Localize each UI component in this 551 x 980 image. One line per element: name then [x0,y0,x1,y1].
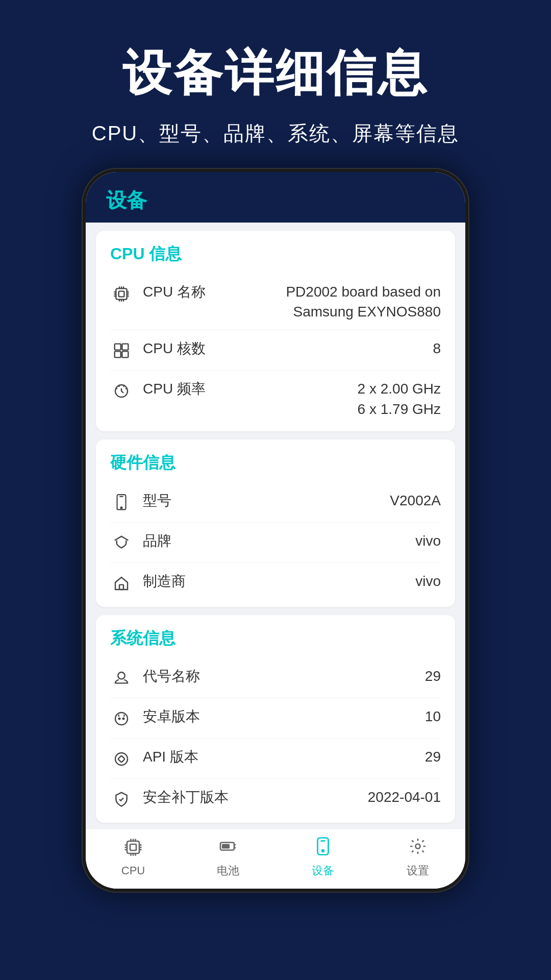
svg-rect-17 [122,352,128,358]
cpu-nav-icon [124,838,142,861]
svg-point-53 [416,844,420,849]
svg-rect-16 [115,352,121,358]
security-icon [110,788,133,811]
page-title: 设备详细信息 [31,41,520,107]
header: 设备详细信息 CPU、型号、品牌、系统、屏幕等信息 [0,0,551,168]
svg-point-20 [121,507,122,508]
model-value: V2002A [390,491,441,510]
svg-point-23 [118,672,124,679]
codename-value: 29 [425,666,441,686]
svg-line-30 [118,759,121,763]
manufacturer-value: vivo [415,571,441,591]
brand-label: 品牌 [143,531,415,551]
manufacturer-row: 制造商 vivo [110,563,441,595]
svg-rect-22 [119,584,123,589]
api-value: 29 [425,747,441,767]
phone-frame: 设备 CPU 信息 [82,168,469,893]
cpu-freq-label: CPU 频率 [143,379,358,399]
svg-rect-1 [119,291,124,297]
android-label: 安卓版本 [143,706,425,726]
brand-row: 品牌 vivo [110,523,441,563]
model-icon [110,492,133,514]
cpu-name-icon [110,283,133,305]
system-info-card: 系统信息 代号名称 29 [96,615,455,823]
device-nav-label: 设备 [312,863,334,878]
brand-icon [110,532,133,554]
svg-point-24 [115,713,128,725]
security-label: 安全补丁版本 [143,787,368,807]
cpu-nav-label: CPU [121,864,145,877]
cpu-name-row: CPU 名称 PD2002 board based on Samsung EXY… [110,274,441,330]
settings-nav-label: 设置 [407,863,429,878]
nav-item-device[interactable]: 设备 [276,837,370,878]
cpu-cores-row: CPU 核数 8 [110,330,441,371]
svg-point-26 [123,718,124,719]
model-label: 型号 [143,491,390,510]
brand-value: vivo [415,531,441,551]
phone-content[interactable]: CPU 信息 CPU 名称 [86,223,465,828]
cpu-name-value: PD2002 board based on Samsung EXYNOS880 [227,282,441,322]
codename-icon [110,667,133,690]
bottom-nav: CPU 电池 [86,828,465,889]
cpu-freq-row: CPU 频率 2 x 2.00 GHz6 x 1.79 GHz [110,371,441,419]
cpu-cores-icon [110,339,133,362]
phone-container: 设备 CPU 信息 [77,168,474,980]
model-row: 型号 V2002A [110,482,441,523]
cpu-cores-label: CPU 核数 [143,338,433,358]
android-row: 安卓版本 10 [110,698,441,739]
manufacturer-label: 制造商 [143,571,415,591]
android-value: 10 [425,706,441,726]
svg-rect-14 [115,344,121,350]
cpu-name-label: CPU 名称 [143,282,227,302]
battery-nav-icon [219,837,237,860]
svg-rect-33 [130,844,136,850]
cpu-section-title: CPU 信息 [110,243,441,265]
svg-point-51 [322,850,324,852]
svg-line-31 [121,759,125,763]
svg-line-28 [118,755,121,759]
hardware-info-card: 硬件信息 型号 V2002A [96,439,455,607]
svg-line-29 [121,755,125,759]
cpu-cores-value: 8 [433,338,441,358]
nav-item-cpu[interactable]: CPU [86,838,181,877]
codename-label: 代号名称 [143,666,425,686]
manufacturer-icon [110,572,133,595]
screen-title: 设备 [106,189,147,211]
device-nav-icon [314,837,332,860]
system-section-title: 系统信息 [110,627,441,650]
api-row: API 版本 29 [110,739,441,779]
page-subtitle: CPU、型号、品牌、系统、屏幕等信息 [31,119,520,148]
cpu-freq-value: 2 x 2.00 GHz6 x 1.79 GHz [358,379,441,419]
cpu-info-card: CPU 信息 CPU 名称 [96,231,455,431]
api-icon [110,748,133,770]
security-row: 安全补丁版本 2022-04-01 [110,779,441,811]
cpu-freq-icon [110,380,133,402]
codename-row: 代号名称 29 [110,658,441,698]
nav-item-battery[interactable]: 电池 [181,837,276,878]
hardware-section-title: 硬件信息 [110,452,441,474]
svg-rect-32 [127,841,139,853]
phone-topbar: 设备 [86,172,465,223]
security-value: 2022-04-01 [368,787,441,807]
svg-point-25 [119,718,120,719]
svg-rect-0 [116,288,127,299]
android-icon [110,707,133,730]
phone-screen: 设备 CPU 信息 [86,172,465,889]
settings-nav-icon [409,837,427,860]
svg-rect-49 [222,844,230,849]
svg-rect-15 [122,344,128,350]
api-label: API 版本 [143,747,425,767]
nav-item-settings[interactable]: 设置 [370,837,465,878]
battery-nav-label: 电池 [217,863,239,878]
svg-point-27 [115,753,128,765]
